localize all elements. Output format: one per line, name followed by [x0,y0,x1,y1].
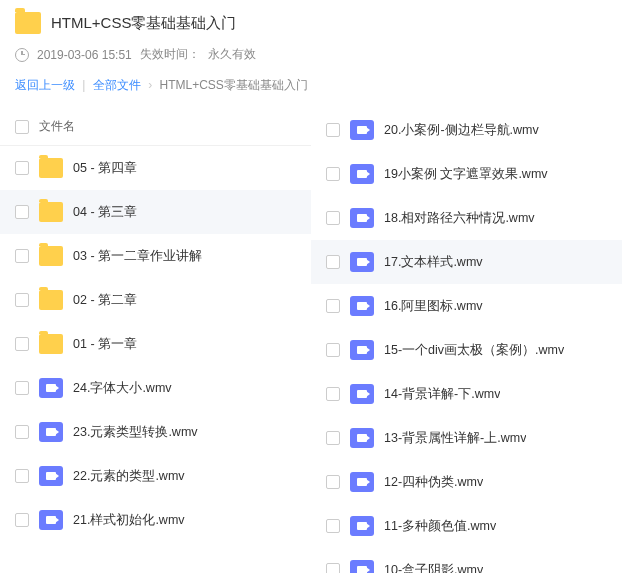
file-row[interactable]: 03 - 第一二章作业讲解 [0,234,311,278]
row-checkbox[interactable] [326,387,340,401]
video-icon [350,164,374,184]
folder-icon [15,12,41,34]
video-icon [350,252,374,272]
video-icon [350,340,374,360]
row-checkbox[interactable] [326,519,340,533]
file-name: 18.相对路径六种情况.wmv [384,210,535,227]
file-row[interactable]: 04 - 第三章 [0,190,311,234]
row-checkbox[interactable] [326,343,340,357]
video-icon [350,296,374,316]
file-name: 16.阿里图标.wmv [384,298,483,315]
list-header: 文件名 [0,108,311,146]
datetime-text: 2019-03-06 15:51 [37,48,132,62]
file-row[interactable]: 15-一个div画太极（案例）.wmv [311,328,622,372]
clock-icon [15,48,29,62]
row-checkbox[interactable] [326,255,340,269]
file-row[interactable]: 10-盒子阴影.wmv [311,548,622,573]
file-name: 19小案例 文字遮罩效果.wmv [384,166,548,183]
left-column: 文件名 05 - 第四章04 - 第三章03 - 第一二章作业讲解02 - 第二… [0,108,311,573]
meta-row: 2019-03-06 15:51 失效时间： 永久有效 [15,46,607,63]
column-header-name: 文件名 [39,118,75,135]
file-row[interactable]: 23.元素类型转换.wmv [0,410,311,454]
file-row[interactable]: 16.阿里图标.wmv [311,284,622,328]
file-name: 01 - 第一章 [73,336,137,353]
file-name: 17.文本样式.wmv [384,254,483,271]
file-name: 23.元素类型转换.wmv [73,424,198,441]
right-column: 20.小案例-侧边栏导航.wmv19小案例 文字遮罩效果.wmv18.相对路径六… [311,108,622,573]
file-row[interactable]: 20.小案例-侧边栏导航.wmv [311,108,622,152]
breadcrumb-sep: › [148,78,152,92]
file-row[interactable]: 24.字体大小.wmv [0,366,311,410]
row-checkbox[interactable] [326,123,340,137]
folder-icon [39,202,63,222]
file-row[interactable]: 22.元素的类型.wmv [0,454,311,498]
video-icon [350,208,374,228]
row-checkbox[interactable] [15,469,29,483]
file-name: 24.字体大小.wmv [73,380,172,397]
file-name: 21.样式初始化.wmv [73,512,185,529]
breadcrumb-back-link[interactable]: 返回上一级 [15,78,75,92]
row-checkbox[interactable] [15,381,29,395]
row-checkbox[interactable] [326,431,340,445]
file-row[interactable]: 02 - 第二章 [0,278,311,322]
file-name: 15-一个div画太极（案例）.wmv [384,342,564,359]
title-row: HTML+CSS零基础基础入门 [15,12,607,34]
file-row[interactable]: 05 - 第四章 [0,146,311,190]
video-icon [350,472,374,492]
left-file-list: 05 - 第四章04 - 第三章03 - 第一二章作业讲解02 - 第二章01 … [0,146,311,542]
row-checkbox[interactable] [326,211,340,225]
right-file-list: 20.小案例-侧边栏导航.wmv19小案例 文字遮罩效果.wmv18.相对路径六… [311,108,622,573]
file-row[interactable]: 19小案例 文字遮罩效果.wmv [311,152,622,196]
file-name: 14-背景详解-下.wmv [384,386,500,403]
video-icon [39,422,63,442]
video-icon [350,384,374,404]
file-name: 02 - 第二章 [73,292,137,309]
row-checkbox[interactable] [326,299,340,313]
row-checkbox[interactable] [15,205,29,219]
expiry-label: 失效时间： [140,46,200,63]
file-browser: HTML+CSS零基础基础入门 2019-03-06 15:51 失效时间： 永… [0,0,622,573]
header: HTML+CSS零基础基础入门 2019-03-06 15:51 失效时间： 永… [0,0,622,108]
row-checkbox[interactable] [15,337,29,351]
row-checkbox[interactable] [326,167,340,181]
file-name: 05 - 第四章 [73,160,137,177]
file-name: 13-背景属性详解-上.wmv [384,430,526,447]
folder-title: HTML+CSS零基础基础入门 [51,14,236,33]
file-name: 03 - 第一二章作业讲解 [73,248,202,265]
breadcrumb-all-link[interactable]: 全部文件 [93,78,141,92]
row-checkbox[interactable] [15,249,29,263]
folder-icon [39,158,63,178]
expiry-value: 永久有效 [208,46,256,63]
file-row[interactable]: 13-背景属性详解-上.wmv [311,416,622,460]
breadcrumb-current: HTML+CSS零基础基础入门 [160,78,308,92]
row-checkbox[interactable] [326,563,340,573]
file-name: 22.元素的类型.wmv [73,468,185,485]
file-row[interactable]: 11-多种颜色值.wmv [311,504,622,548]
row-checkbox[interactable] [15,293,29,307]
folder-icon [39,246,63,266]
row-checkbox[interactable] [15,161,29,175]
file-name: 11-多种颜色值.wmv [384,518,496,535]
file-row[interactable]: 01 - 第一章 [0,322,311,366]
video-icon [39,466,63,486]
row-checkbox[interactable] [326,475,340,489]
file-row[interactable]: 18.相对路径六种情况.wmv [311,196,622,240]
file-row[interactable]: 14-背景详解-下.wmv [311,372,622,416]
select-all-checkbox[interactable] [15,120,29,134]
video-icon [350,428,374,448]
file-columns: 文件名 05 - 第四章04 - 第三章03 - 第一二章作业讲解02 - 第二… [0,108,622,573]
row-checkbox[interactable] [15,425,29,439]
file-row[interactable]: 17.文本样式.wmv [311,240,622,284]
video-icon [350,560,374,573]
file-name: 20.小案例-侧边栏导航.wmv [384,122,539,139]
file-row[interactable]: 12-四种伪类.wmv [311,460,622,504]
video-icon [350,120,374,140]
file-name: 04 - 第三章 [73,204,137,221]
file-name: 12-四种伪类.wmv [384,474,483,491]
video-icon [39,510,63,530]
file-row[interactable]: 21.样式初始化.wmv [0,498,311,542]
row-checkbox[interactable] [15,513,29,527]
file-name: 10-盒子阴影.wmv [384,562,483,574]
folder-icon [39,334,63,354]
breadcrumb: 返回上一级 | 全部文件 › HTML+CSS零基础基础入门 [15,77,607,94]
